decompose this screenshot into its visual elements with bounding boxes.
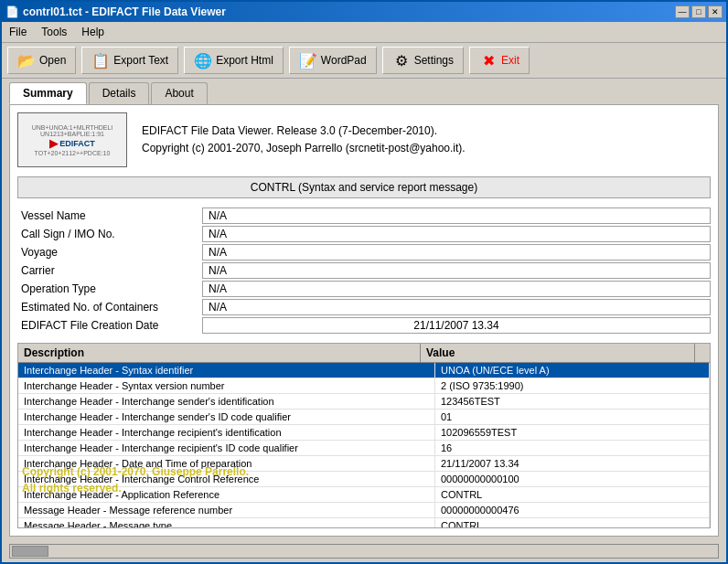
table-cell-value: 21/11/2007 13.34	[435, 456, 710, 471]
field-value-voyage: N/A	[202, 244, 711, 261]
wordpad-button[interactable]: 📝 WordPad	[289, 47, 377, 74]
table-header: Description Value	[18, 344, 710, 363]
field-value-carrier: N/A	[202, 262, 711, 279]
logo-box: UNB+UNOA:1+MLRTHDELI UN1213+BAPLIE:1:91 …	[17, 112, 127, 167]
title-bar-controls: — □ ✕	[675, 5, 723, 18]
table-cell-description: Message Header - Message reference numbe…	[18, 503, 435, 517]
table-row[interactable]: Interchange Header - Interchange recipie…	[18, 441, 710, 456]
wordpad-icon: 📝	[299, 51, 317, 69]
tab-details[interactable]: Details	[89, 82, 150, 104]
table-cell-description: Interchange Header - Syntax version numb…	[18, 378, 435, 393]
window-icon: 📄	[5, 5, 19, 18]
field-label-voyage: Voyage	[17, 244, 200, 261]
field-value-operation: N/A	[202, 281, 711, 297]
table-cell-value: 01	[435, 410, 710, 424]
table-cell-value: 00000000000100	[435, 472, 710, 486]
table-cell-value: CONTRL	[435, 518, 710, 527]
field-label-carrier: Carrier	[17, 262, 200, 279]
table-cell-value: CONTRL	[435, 487, 710, 502]
table-row[interactable]: Interchange Header - Interchange sender'…	[18, 394, 710, 410]
table-cell-description: Interchange Header - Syntax identifier	[18, 363, 435, 378]
table-row[interactable]: Interchange Header - Application Referen…	[18, 487, 710, 503]
logo-line3: TOT+20+2112++PDCE:10	[35, 150, 111, 156]
wordpad-label: WordPad	[321, 54, 367, 67]
menu-tools[interactable]: Tools	[34, 24, 74, 40]
exit-icon: ✖	[479, 51, 498, 69]
table-cell-description: Message Header - Message type	[18, 518, 435, 527]
close-button[interactable]: ✕	[708, 5, 723, 18]
settings-button[interactable]: ⚙ Settings	[382, 47, 464, 74]
table-cell-description: Interchange Header - Interchange recipie…	[18, 441, 435, 455]
field-label-operation: Operation Type	[17, 281, 200, 297]
table-row[interactable]: Interchange Header - Syntax version numb…	[18, 378, 710, 394]
open-icon: 📂	[17, 51, 36, 69]
menu-help[interactable]: Help	[74, 24, 112, 40]
open-button[interactable]: 📂 Open	[7, 47, 76, 74]
settings-icon: ⚙	[392, 51, 411, 69]
table-cell-description: Interchange Header - Application Referen…	[18, 487, 435, 502]
table-cell-value: 102096559TEST	[435, 425, 710, 440]
tab-about[interactable]: About	[151, 82, 207, 104]
table-cell-value: 00000000000476	[435, 503, 710, 517]
table-cell-value: UNOA (UN/ECE level A)	[435, 363, 710, 378]
export-html-button[interactable]: 🌐 Export Html	[184, 47, 284, 74]
field-label-vessel: Vessel Name	[17, 208, 200, 224]
logo-arrow: ▶	[49, 137, 58, 150]
export-text-label: Export Text	[113, 54, 168, 67]
export-text-button[interactable]: 📋 Export Text	[81, 47, 178, 74]
fields-area: Vessel Name N/A Call Sign / IMO No. N/A …	[17, 208, 711, 334]
field-label-callsign: Call Sign / IMO No.	[17, 226, 200, 242]
table-cell-value: 123456TEST	[435, 394, 710, 409]
field-label-date: EDIFACT File Creation Date	[17, 317, 200, 334]
table-cell-value: 16	[435, 441, 710, 455]
table-row[interactable]: Interchange Header - Interchange Control…	[18, 472, 710, 487]
app-info-line2: Copyright (c) 2001-2070, Joseph Parrello…	[142, 140, 466, 157]
logo-line1: UNB+UNOA:1+MLRTHDELI	[32, 124, 113, 131]
app-info: EDIFACT File Data Viewer. Release 3.0 (7…	[142, 122, 466, 157]
table-cell-description: Interchange Header - Interchange recipie…	[18, 425, 435, 440]
table-row[interactable]: Interchange Header - Date and Time of pr…	[18, 456, 710, 472]
doc-title: CONTRL (Syntax and service report messag…	[17, 176, 711, 198]
data-table: Description Value Interchange Header - S…	[17, 343, 711, 528]
field-value-callsign: N/A	[202, 226, 711, 242]
horizontal-scroll-thumb[interactable]	[12, 546, 48, 557]
table-scroll[interactable]: Interchange Header - Syntax identifierUN…	[18, 363, 710, 527]
tab-bar: Summary Details About	[2, 79, 726, 104]
logo-line2: UN1213+BAPLIE:1:91	[40, 131, 104, 137]
logo-main: EDIFACT	[59, 139, 95, 148]
horizontal-scrollbar[interactable]	[9, 544, 719, 559]
table-header-description: Description	[18, 344, 421, 362]
table-header-value: Value	[421, 344, 695, 362]
main-content: UNB+UNOA:1+MLRTHDELI UN1213+BAPLIE:1:91 …	[9, 104, 719, 537]
export-html-label: Export Html	[216, 54, 273, 67]
settings-label: Settings	[414, 54, 454, 67]
toolbar: 📂 Open 📋 Export Text 🌐 Export Html 📝 Wor…	[2, 43, 726, 79]
table-cell-description: Interchange Header - Interchange sender'…	[18, 394, 435, 409]
export-html-icon: 🌐	[194, 51, 212, 69]
table-cell-description: Interchange Header - Interchange Control…	[18, 472, 435, 486]
field-value-vessel: N/A	[202, 208, 711, 224]
window-title: contrl01.tct - EDIFACT File Data Viewer	[23, 5, 226, 18]
table-row[interactable]: Message Header - Message reference numbe…	[18, 503, 710, 518]
info-area: UNB+UNOA:1+MLRTHDELI UN1213+BAPLIE:1:91 …	[17, 112, 711, 167]
open-label: Open	[39, 54, 66, 67]
exit-button[interactable]: ✖ Exit	[469, 47, 530, 74]
table-row[interactable]: Interchange Header - Interchange recipie…	[18, 425, 710, 441]
main-window: 📄 contrl01.tct - EDIFACT File Data Viewe…	[0, 0, 728, 564]
title-bar: 📄 contrl01.tct - EDIFACT File Data Viewe…	[2, 2, 726, 22]
maximize-button[interactable]: □	[691, 5, 706, 18]
field-value-date: 21/11/2007 13.34	[202, 317, 711, 334]
export-text-icon: 📋	[91, 51, 110, 69]
menu-file[interactable]: File	[2, 24, 34, 40]
tab-summary[interactable]: Summary	[9, 82, 87, 104]
app-info-line1: EDIFACT File Data Viewer. Release 3.0 (7…	[142, 122, 466, 140]
field-label-containers: Estimated No. of Containers	[17, 299, 200, 315]
table-cell-description: Interchange Header - Interchange sender'…	[18, 410, 435, 424]
table-row[interactable]: Message Header - Message typeCONTRL	[18, 518, 710, 527]
table-cell-value: 2 (ISO 9735:1990)	[435, 378, 710, 393]
title-bar-text: 📄 contrl01.tct - EDIFACT File Data Viewe…	[5, 5, 226, 18]
exit-label: Exit	[501, 54, 519, 67]
table-row[interactable]: Interchange Header - Interchange sender'…	[18, 410, 710, 425]
minimize-button[interactable]: —	[675, 5, 690, 18]
table-row[interactable]: Interchange Header - Syntax identifierUN…	[18, 363, 710, 378]
